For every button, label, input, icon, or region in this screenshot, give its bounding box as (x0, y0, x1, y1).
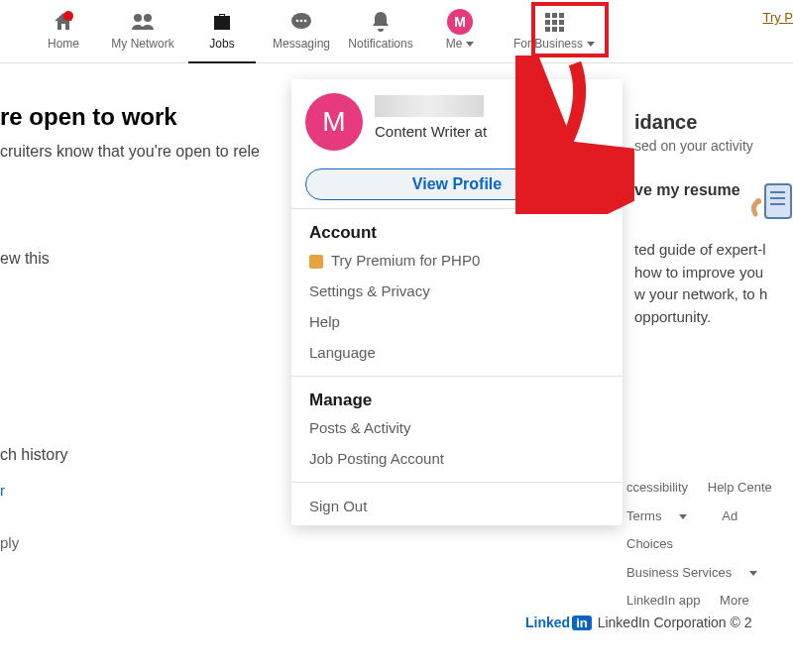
svg-point-6 (304, 20, 307, 23)
divider (291, 376, 623, 377)
chevron-down-icon (679, 514, 687, 519)
guidance-description: ted guide of expert-l how to improve you… (634, 239, 793, 328)
guidance-panel: idance sed on your activity ve my resume… (634, 111, 793, 328)
try-premium-item[interactable]: Try Premium for PHP0 (291, 245, 623, 276)
user-subtitle: Content Writer at (375, 123, 487, 140)
view-profile-button[interactable]: View Profile (305, 168, 609, 200)
divider (291, 482, 623, 483)
svg-point-5 (300, 20, 303, 23)
sign-out-item[interactable]: Sign Out (291, 491, 623, 521)
account-section-title: Account (291, 217, 623, 245)
footer-corporation: LinkedIn Corporation © 2 (598, 615, 752, 630)
guidance-sub: sed on your activity (634, 138, 793, 154)
linkedin-logo-icon: Linkedin (525, 615, 592, 630)
job-posting-item[interactable]: Job Posting Account (291, 443, 623, 474)
me-avatar-letter: M (447, 9, 473, 35)
nav-jobs-label: Jobs (209, 37, 234, 51)
me-dropdown: M Content Writer at View Profile Account… (291, 79, 623, 525)
footer-get-app[interactable]: LinkedIn app (626, 593, 700, 608)
nav-messaging-label: Messaging (273, 37, 330, 51)
nav-messaging[interactable]: Messaging (262, 0, 341, 59)
chat-icon (289, 9, 313, 35)
home-icon (52, 9, 75, 35)
nav-business[interactable]: For Business (500, 0, 609, 59)
settings-privacy-item[interactable]: Settings & Privacy (291, 276, 623, 306)
chevron-down-icon (749, 571, 757, 576)
footer-more[interactable]: More (720, 593, 749, 608)
nav-home[interactable]: Home (24, 0, 103, 59)
help-item[interactable]: Help (291, 306, 623, 337)
svg-point-1 (134, 14, 142, 22)
svg-point-4 (296, 20, 299, 23)
nav-me-label: Me (446, 37, 475, 51)
footer-terms[interactable]: Terms (626, 508, 703, 523)
nav-notifications[interactable]: Notifications (341, 0, 420, 59)
footer-business-services[interactable]: Business Services (626, 565, 773, 580)
premium-badge-icon (309, 255, 323, 269)
footer-links: ccessibility Help Cente Terms Ad Choices… (626, 474, 793, 616)
try-premium-link[interactable]: Try P (762, 10, 793, 25)
language-item[interactable]: Language (291, 337, 623, 368)
footer-brand: Linkedin LinkedIn Corporation © 2 (525, 615, 752, 630)
nav-network-label: My Network (111, 37, 173, 51)
guidance-title: idance (634, 111, 793, 134)
svg-point-0 (63, 11, 73, 21)
nav-home-label: Home (48, 37, 79, 51)
grid-icon (545, 9, 564, 35)
people-icon (130, 9, 156, 35)
briefcase-icon (210, 9, 234, 35)
nav-jobs[interactable]: Jobs (182, 0, 262, 59)
chevron-down-icon (587, 42, 595, 47)
svg-point-2 (144, 14, 152, 22)
divider (291, 208, 623, 209)
posts-activity-item[interactable]: Posts & Activity (291, 412, 623, 443)
dropdown-header: M Content Writer at (291, 79, 623, 155)
top-navbar: Home My Network Jobs Messaging Notificat… (0, 0, 793, 63)
avatar-icon: M (447, 9, 473, 35)
nav-notifications-label: Notifications (348, 37, 412, 51)
nav-network[interactable]: My Network (103, 0, 182, 59)
footer-accessibility[interactable]: ccessibility (626, 480, 688, 495)
svg-rect-7 (765, 184, 791, 218)
chevron-down-icon (466, 42, 474, 47)
footer-help-center[interactable]: Help Cente (708, 480, 772, 495)
nav-business-label: For Business (513, 37, 595, 51)
dropdown-avatar: M (305, 93, 363, 151)
manage-section-title: Manage (291, 385, 623, 412)
nav-me[interactable]: M Me (420, 0, 500, 59)
clipboard-illustration-icon (747, 178, 793, 228)
svg-point-11 (755, 198, 761, 204)
bell-icon (369, 9, 393, 35)
user-name-redacted (375, 95, 484, 117)
